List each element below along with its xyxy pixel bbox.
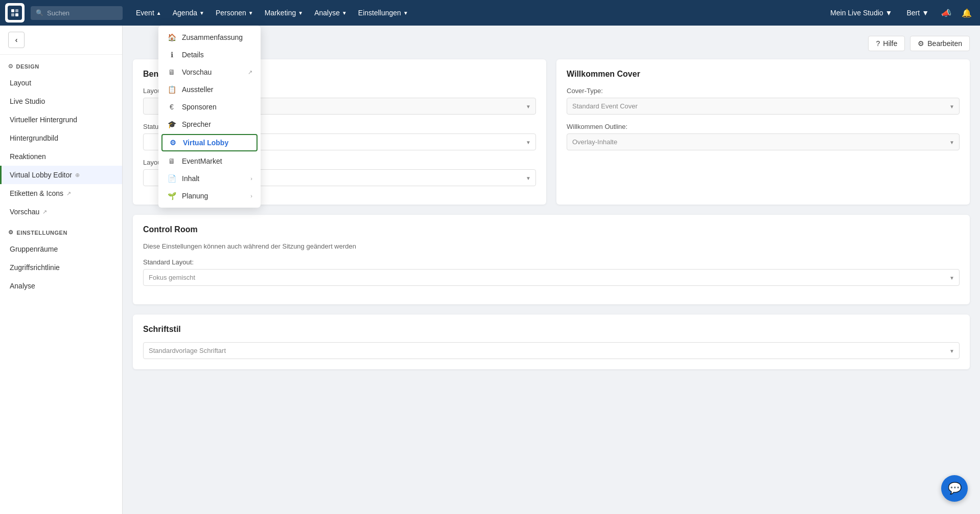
nav-einstellungen[interactable]: Einstellungen ▼ bbox=[353, 6, 413, 20]
outline-field: Willkommen Outline: Overlay-Inhalte bbox=[567, 123, 960, 150]
cover-type-select[interactable]: Standard Event Cover bbox=[567, 98, 960, 115]
dropdown-item-sprecher[interactable]: 🎓 Sprecher bbox=[158, 116, 261, 133]
svg-rect-2 bbox=[11, 13, 14, 16]
nav-personen-arrow: ▼ bbox=[248, 10, 253, 16]
willkommen-cover-card: Willkommen Cover Cover-Type: Standard Ev… bbox=[556, 59, 970, 205]
dropdown-item-details[interactable]: ℹ Details bbox=[158, 46, 261, 63]
settings-section-icon: ⚙ bbox=[8, 229, 14, 236]
schriftstil-select-wrapper: Standardvorlage Schriftart bbox=[143, 342, 960, 359]
nav-einstellungen-arrow: ▼ bbox=[403, 10, 408, 16]
back-button[interactable]: ‹ bbox=[8, 32, 25, 48]
user-btn[interactable]: Bert ▼ bbox=[901, 6, 934, 20]
sidebar-item-layout[interactable]: Layout bbox=[0, 74, 122, 92]
dropdown-item-eventmarket[interactable]: 🖥 EventMarket bbox=[158, 152, 261, 170]
graduate-icon: 🎓 bbox=[167, 120, 177, 128]
logo-inner bbox=[8, 6, 22, 20]
settings-icon: ⚙ bbox=[168, 139, 178, 147]
dropdown-item-inhalt[interactable]: 📄 Inhalt › bbox=[158, 170, 261, 187]
sidebar-item-hintergrundbild[interactable]: Hintergrundbild bbox=[0, 129, 122, 147]
sidebar-item-analyse[interactable]: Analyse bbox=[0, 277, 122, 295]
nav-agenda-arrow: ▼ bbox=[199, 10, 204, 16]
sidebar-item-virtueller-hintergrund[interactable]: Virtueller Hintergrund bbox=[0, 110, 122, 129]
edit-button[interactable]: ⚙ Bearbeiten bbox=[910, 36, 970, 51]
search-wrapper: 🔍 bbox=[31, 6, 123, 20]
external-link-icon-vorschau: ↗ bbox=[42, 209, 47, 215]
monitor-icon: 🖥 bbox=[167, 68, 177, 76]
sidebar-item-live-studio[interactable]: Live Studio bbox=[0, 92, 122, 110]
info-icon: ℹ bbox=[167, 51, 177, 59]
schriftstil-select[interactable]: Standardvorlage Schriftart bbox=[143, 342, 960, 359]
nav-event[interactable]: Event ▲ bbox=[131, 6, 167, 20]
outline-select[interactable]: Overlay-Inhalte bbox=[567, 133, 960, 150]
svg-rect-0 bbox=[11, 9, 14, 12]
notification-icon[interactable]: 📣 bbox=[938, 5, 954, 21]
external-link-icon-sidebar: ⊕ bbox=[75, 172, 80, 178]
outline-label: Willkommen Outline: bbox=[567, 123, 960, 130]
schriftstil-card: Schriftstil Standardvorlage Schriftart bbox=[133, 315, 970, 369]
sidebar-item-virtual-lobby-editor[interactable]: Virtual Lobby Editor ⊕ bbox=[0, 166, 122, 184]
file-icon: 📄 bbox=[167, 174, 177, 183]
sidebar-item-reaktionen[interactable]: Reaktionen bbox=[0, 147, 122, 166]
help-icon: ? bbox=[876, 39, 880, 48]
topnav-right: Mein Live Studio ▼ Bert ▼ 📣 🔔 bbox=[825, 5, 975, 21]
sidebar-item-zugriffsrichtlinie[interactable]: Zugriffsrichtlinie bbox=[0, 258, 122, 277]
svg-rect-3 bbox=[15, 13, 18, 16]
home-icon: 🏠 bbox=[167, 33, 177, 41]
chat-button[interactable]: 💬 bbox=[941, 475, 968, 502]
user-arrow: ▼ bbox=[922, 9, 929, 17]
dropdown-item-planung[interactable]: 🌱 Planung › bbox=[158, 187, 261, 205]
book-icon: 📋 bbox=[167, 85, 177, 94]
bell-icon[interactable]: 🔔 bbox=[959, 5, 975, 21]
willkommen-cover-title: Willkommen Cover bbox=[567, 70, 960, 79]
gear-icon: ⚙ bbox=[918, 39, 924, 48]
schriftstil-title: Schriftstil bbox=[143, 325, 960, 334]
top-navigation: 🔍 Event ▲ Agenda ▼ Personen ▼ Marketing … bbox=[0, 0, 980, 26]
cover-type-select-wrapper: Standard Event Cover bbox=[567, 98, 960, 115]
control-room-card: Control Room Diese Einstellungen können … bbox=[133, 215, 970, 304]
nav-analyse[interactable]: Analyse ▼ bbox=[309, 6, 352, 20]
dropdown-item-aussteller[interactable]: 📋 Aussteller bbox=[158, 81, 261, 98]
external-link-icon-etiketten: ↗ bbox=[66, 190, 71, 197]
main-layout: ‹ ⊙ DESIGN Layout Live Studio Virtueller… bbox=[0, 26, 980, 514]
sidebar-item-etiketten[interactable]: Etiketten & Icons ↗ bbox=[0, 184, 122, 203]
sidebar-item-vorschau[interactable]: Vorschau ↗ bbox=[0, 203, 122, 221]
standard-layout-select[interactable]: Fokus gemischt bbox=[143, 269, 960, 286]
nav-analyse-arrow: ▼ bbox=[342, 10, 347, 16]
help-button[interactable]: ? Hilfe bbox=[868, 36, 905, 51]
dropdown-item-virtual-lobby[interactable]: ⚙ Virtual Lobby bbox=[161, 134, 258, 151]
nav-event-arrow: ▲ bbox=[156, 10, 161, 16]
logo bbox=[5, 3, 25, 23]
euro-icon: € bbox=[167, 103, 177, 111]
cover-type-label: Cover-Type: bbox=[567, 87, 960, 95]
nav-marketing[interactable]: Marketing ▼ bbox=[260, 6, 308, 20]
outline-select-wrapper: Overlay-Inhalte bbox=[567, 133, 960, 150]
dropdown-item-sponsoren[interactable]: € Sponsoren bbox=[158, 98, 261, 116]
einstellungen-section-title: ⚙ EINSTELLUNGEN bbox=[0, 221, 122, 240]
nav-marketing-arrow: ▼ bbox=[298, 10, 303, 16]
dropdown-item-vorschau[interactable]: 🖥 Vorschau ↗ bbox=[158, 63, 261, 81]
control-room-subtitle: Diese Einstellungen können auch während … bbox=[143, 242, 960, 250]
standard-layout-field: Standard Layout: Fokus gemischt bbox=[143, 258, 960, 286]
live-studio-arrow: ▼ bbox=[885, 9, 893, 17]
nav-agenda[interactable]: Agenda ▼ bbox=[168, 6, 209, 20]
event-dropdown-menu: 🏠 Zusammenfassung ℹ Details 🖥 Vorschau ↗… bbox=[158, 26, 261, 208]
sidebar-item-gruppenraume[interactable]: Gruppenräume bbox=[0, 240, 122, 258]
chevron-right-icon: › bbox=[250, 175, 252, 182]
standard-layout-select-wrapper: Fokus gemischt bbox=[143, 269, 960, 286]
dropdown-item-zusammenfassung[interactable]: 🏠 Zusammenfassung bbox=[158, 29, 261, 46]
search-input[interactable] bbox=[31, 6, 123, 20]
control-room-title: Control Room bbox=[143, 225, 960, 234]
svg-rect-1 bbox=[15, 9, 18, 12]
cover-type-field: Cover-Type: Standard Event Cover bbox=[567, 87, 960, 115]
live-studio-btn[interactable]: Mein Live Studio ▼ bbox=[825, 6, 897, 20]
external-link-icon: ↗ bbox=[248, 69, 252, 76]
nav-personen[interactable]: Personen ▼ bbox=[211, 6, 259, 20]
market-icon: 🖥 bbox=[167, 157, 177, 165]
sidebar: ‹ ⊙ DESIGN Layout Live Studio Virtueller… bbox=[0, 26, 123, 514]
nav-items: Event ▲ Agenda ▼ Personen ▼ Marketing ▼ … bbox=[131, 6, 413, 20]
standard-layout-label: Standard Layout: bbox=[143, 258, 960, 266]
design-icon: ⊙ bbox=[8, 63, 13, 70]
chevron-right-icon-2: › bbox=[250, 193, 252, 199]
leaf-icon: 🌱 bbox=[167, 192, 177, 200]
sidebar-back-section: ‹ bbox=[0, 26, 122, 55]
